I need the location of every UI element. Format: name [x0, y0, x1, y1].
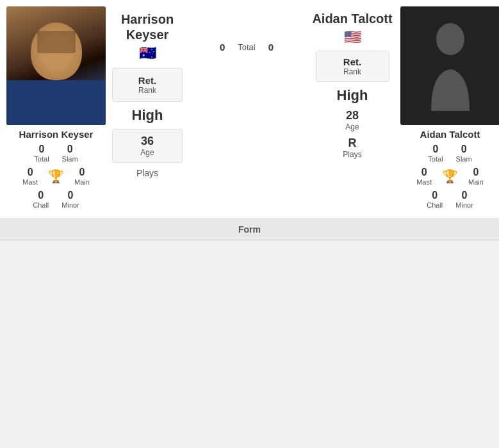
right-plays-box: R Plays [343, 137, 361, 159]
right-age-box: 28 Age [345, 109, 359, 131]
courts-section: 0 Total 0 [183, 6, 311, 209]
left-stat-total: 0 Total [34, 144, 49, 163]
left-rank-box: Ret. Rank [112, 68, 183, 102]
center-column: Harrison Keyser 🇦🇺 Ret. Rank High 36 Age… [112, 6, 183, 209]
form-section: Form [0, 219, 499, 240]
right-stats-row3: 0 Chall 0 Minor [427, 190, 473, 209]
main-container: Harrison Keyser 0 Total 0 Slam 0 Mast 🏆 [0, 0, 499, 240]
left-stats-row2: 0 Mast 🏆 0 Main [22, 167, 90, 186]
left-plays-box: Plays [136, 168, 158, 178]
right-player-flag: 🇺🇸 [344, 29, 361, 46]
right-player-name: Aidan Talcott [420, 129, 480, 140]
left-player-name: Harrison Keyser [19, 129, 94, 140]
left-player-photo [6, 6, 106, 125]
left-high-box: High [132, 107, 163, 124]
right-stat-chall: 0 Chall [427, 190, 443, 209]
right-stats-row2: 0 Mast 🏆 0 Main [416, 167, 484, 186]
left-stat-mast: 0 Mast [22, 167, 38, 186]
right-player-photo [400, 6, 499, 125]
left-stat-main: 0 Main [74, 167, 90, 186]
right-rank-box: Ret. Rank [316, 51, 389, 82]
svg-point-0 [436, 23, 464, 55]
right-center-stats: Aidan Talcott 🇺🇸 Ret. Rank High 28 Age R… [311, 6, 394, 209]
right-stat-minor: 0 Minor [455, 190, 473, 209]
right-stats-row1: 0 Total 0 Slam [428, 144, 471, 163]
left-stats-row1: 0 Total 0 Slam [34, 144, 78, 163]
right-stat-slam: 0 Slam [456, 144, 472, 163]
left-player-center-name: Harrison Keyser [121, 12, 174, 42]
left-trophy-icon: 🏆 [48, 169, 64, 184]
silhouette-svg [425, 21, 476, 111]
right-stat-mast: 0 Mast [416, 167, 432, 186]
left-stat-chall: 0 Chall [33, 190, 49, 209]
left-stats-row3: 0 Chall 0 Minor [33, 190, 79, 209]
form-label: Form [238, 224, 261, 235]
right-stat-total: 0 Total [428, 144, 443, 163]
total-row: 0 Total 0 [220, 42, 274, 53]
right-player: Aidan Talcott 0 Total 0 Slam 0 Mast 🏆 [394, 6, 499, 209]
right-player-center-name: Aidan Talcott [312, 12, 392, 26]
left-stat-slam: 0 Slam [62, 144, 78, 163]
left-stat-minor: 0 Minor [61, 190, 79, 209]
left-player: Harrison Keyser 0 Total 0 Slam 0 Mast 🏆 [0, 6, 112, 209]
left-age-box: 36 Age [112, 129, 183, 163]
left-player-flag: 🇦🇺 [139, 45, 156, 62]
players-section: Harrison Keyser 0 Total 0 Slam 0 Mast 🏆 [0, 0, 499, 219]
right-trophy-icon: 🏆 [442, 169, 458, 184]
right-stat-main: 0 Main [468, 167, 484, 186]
right-high-label: High [337, 87, 368, 104]
